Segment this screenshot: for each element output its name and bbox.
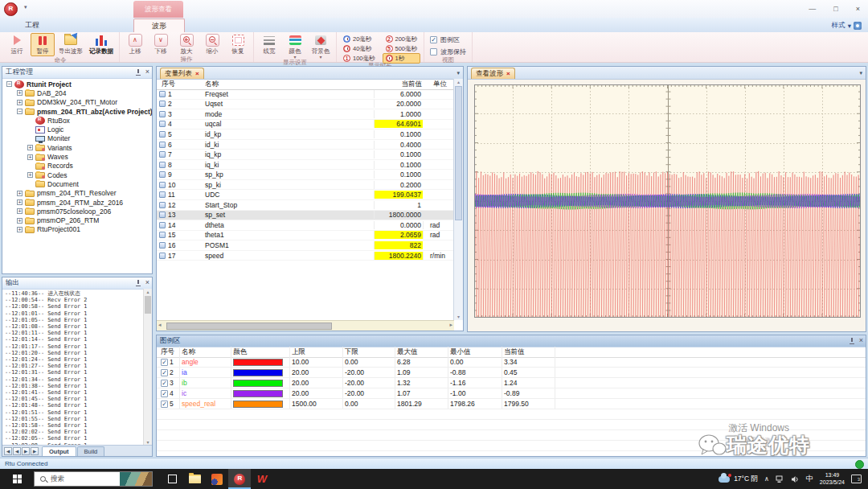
scrollbar-thumb[interactable] — [455, 86, 462, 220]
checkbox-icon[interactable] — [430, 48, 437, 55]
legend-row[interactable]: ✓1angle10.000.006.280.003.34 — [157, 357, 866, 368]
wps-button[interactable] — [251, 469, 273, 489]
tab-variable-list[interactable]: 变量列表 × — [160, 68, 204, 79]
variable-row[interactable]: 13sp_set1800.0000 — [157, 211, 454, 221]
variable-vscrollbar[interactable]: ▴ ▾ — [453, 79, 463, 320]
tab-close-icon[interactable]: × — [506, 70, 510, 77]
variable-row[interactable]: 4uqcal64.6901 — [157, 120, 454, 130]
tree-item-DAB_204[interactable]: +DAB_204 — [2, 88, 152, 97]
checkbox-icon[interactable]: ✓ — [161, 369, 168, 376]
tab-close-icon[interactable]: × — [195, 70, 199, 77]
ribbon-button-导出波形[interactable]: 导出波形 — [56, 33, 85, 56]
start-button[interactable] — [0, 469, 34, 489]
tree-item-pmsm075closeloop_206[interactable]: +pmsm075closeloop_206 — [2, 207, 152, 216]
tree-item-DDM3kW_204_RTI_Motor[interactable]: +DDM3kW_204_RTI_Motor — [2, 98, 152, 107]
panel-close-icon[interactable]: × — [145, 279, 149, 286]
tab-waveform-view[interactable]: 查看波形 × — [471, 68, 515, 79]
variable-row[interactable]: 6id_ki0.4000 — [157, 140, 454, 150]
expander-icon[interactable]: − — [17, 109, 23, 114]
file-explorer-button[interactable] — [183, 469, 206, 489]
ribbon-tab-工程[interactable]: 工程 — [13, 18, 51, 31]
panel-close-icon[interactable]: × — [145, 68, 149, 76]
tree-item-Waves[interactable]: +Waves — [2, 152, 152, 161]
tree-item-RtuBox[interactable]: RtuBox — [2, 116, 152, 125]
network-icon[interactable] — [776, 475, 784, 483]
tree-item-pmsm_204_RTM_abz_2016[interactable]: +pmsm_204_RTM_abz_2016 — [2, 198, 152, 207]
matlab-button[interactable] — [206, 469, 228, 489]
expander-icon[interactable]: + — [17, 90, 23, 96]
style-selector[interactable]: 样式 ▾ — [832, 19, 862, 31]
tabstrip-dropdown-icon[interactable]: ▾ — [457, 70, 460, 76]
variable-row[interactable]: 7iq_kp0.1000 — [157, 150, 454, 160]
maximize-button[interactable]: □ — [833, 5, 837, 13]
scroll-right-icon[interactable]: ▸ — [449, 322, 452, 328]
view-check-图例区[interactable]: ✓图例区 — [430, 35, 466, 44]
ribbon-button-恢复[interactable]: 恢复 — [226, 33, 250, 55]
variable-row[interactable]: 10sp_ki0.2000 — [157, 180, 454, 191]
taskbar-clock[interactable]: 13:49 2023/5/24 — [820, 472, 845, 486]
output-scrollbar[interactable]: ▴ ▾ — [143, 289, 152, 446]
scrollbar-thumb[interactable] — [145, 296, 151, 314]
expander-icon[interactable]: + — [17, 218, 23, 224]
tree-item-RtuProject001[interactable]: +RtuProject001 — [2, 225, 152, 234]
variable-row[interactable]: 14dtheta0.0000rad — [157, 220, 454, 231]
tray-expand-icon[interactable]: ∧ — [764, 475, 769, 483]
checkbox-icon[interactable]: ✓ — [430, 36, 437, 43]
tree-item-pmsmOP_206_RTM[interactable]: +pmsmOP_206_RTM — [2, 216, 152, 224]
tree-item-pmsm_204_RTI_Resolver[interactable]: +pmsm_204_RTI_Resolver — [2, 189, 152, 198]
ribbon-tab-波形[interactable]: 波形 — [133, 18, 185, 32]
variable-row[interactable]: 16POSM1822 — [157, 240, 454, 251]
variable-row[interactable]: 2Uqset20.0000 — [157, 100, 454, 110]
checkbox-icon[interactable]: ✓ — [161, 359, 168, 366]
legend-row[interactable]: ✓5speed_real1500.000.001801.291798.26179… — [157, 399, 866, 409]
volume-icon[interactable] — [791, 475, 800, 483]
ribbon-button-背景色[interactable]: 背景色▾ — [309, 33, 333, 59]
ribbon-button-下移[interactable]: 下移 — [149, 33, 173, 55]
variable-row[interactable]: 9sp_kp0.1000 — [157, 170, 454, 180]
output-tab-Output[interactable]: Output — [42, 446, 76, 456]
output-tab-Build[interactable]: Build — [77, 446, 105, 456]
tree-item-Codes[interactable]: +Codes — [2, 171, 152, 179]
ribbon-button-运行[interactable]: 运行 — [5, 33, 29, 56]
variable-row[interactable]: 8iq_ki0.1000 — [157, 160, 454, 171]
legend-row[interactable]: ✓4ic20.00-20.001.07-1.00-0.89 — [157, 388, 866, 399]
rtu-app-button[interactable] — [228, 469, 251, 489]
variable-row[interactable]: 1Freqset6.0000 — [157, 89, 454, 100]
nav-first-icon[interactable]: ◀ — [4, 447, 12, 455]
minimize-button[interactable]: — — [809, 5, 816, 13]
tree-item-Variants[interactable]: +Variants — [2, 143, 152, 152]
scrollbar-thumb[interactable] — [166, 323, 332, 330]
panel-close-icon[interactable]: × — [859, 337, 863, 344]
expander-icon[interactable]: + — [27, 154, 33, 160]
ribbon-button-记录数据[interactable]: 记录数据 — [87, 33, 116, 56]
expander-icon[interactable]: + — [17, 100, 23, 105]
tree-item-Document[interactable]: Document — [2, 179, 152, 188]
expander-icon[interactable]: + — [17, 199, 23, 205]
expander-icon[interactable]: + — [27, 172, 33, 178]
search-daily-image[interactable] — [120, 472, 152, 486]
checkbox-icon[interactable]: ✓ — [161, 401, 168, 408]
scroll-left-icon[interactable]: ◂ — [158, 322, 162, 328]
pin-icon[interactable] — [850, 337, 855, 344]
ribbon-button-暂停[interactable]: 暂停 — [31, 33, 55, 56]
nav-next-icon[interactable]: ▶ — [22, 447, 30, 455]
expander-icon[interactable]: + — [17, 191, 23, 196]
variable-row[interactable]: 15theta12.0659rad — [157, 231, 454, 241]
ribbon-button-放大[interactable]: 放大 — [174, 33, 199, 55]
scroll-up-icon[interactable]: ▴ — [454, 79, 463, 85]
expander-icon[interactable]: + — [27, 145, 33, 150]
pin-icon[interactable] — [136, 68, 141, 76]
variable-row[interactable]: 5id_kp0.1000 — [157, 129, 454, 140]
nav-prev-icon[interactable]: ◀ — [13, 447, 21, 455]
variable-row[interactable]: 12Start_Stop1 — [157, 200, 454, 211]
scroll-up-icon[interactable]: ▴ — [144, 289, 152, 295]
waveform-plot[interactable] — [474, 84, 861, 318]
weather-widget[interactable]: 17°C 阴 — [719, 475, 758, 484]
view-check-波形保持[interactable]: 波形保持 — [430, 47, 466, 56]
expander-icon[interactable]: − — [6, 81, 12, 87]
tree-item-Rtunit Project[interactable]: −Rtunit Project — [2, 80, 152, 88]
scroll-down-icon[interactable]: ▾ — [454, 314, 463, 320]
variable-row[interactable]: 17speed1800.2240r/min — [157, 251, 454, 261]
app-logo-icon[interactable] — [4, 2, 18, 16]
ribbon-button-上移[interactable]: 上移 — [123, 33, 147, 55]
